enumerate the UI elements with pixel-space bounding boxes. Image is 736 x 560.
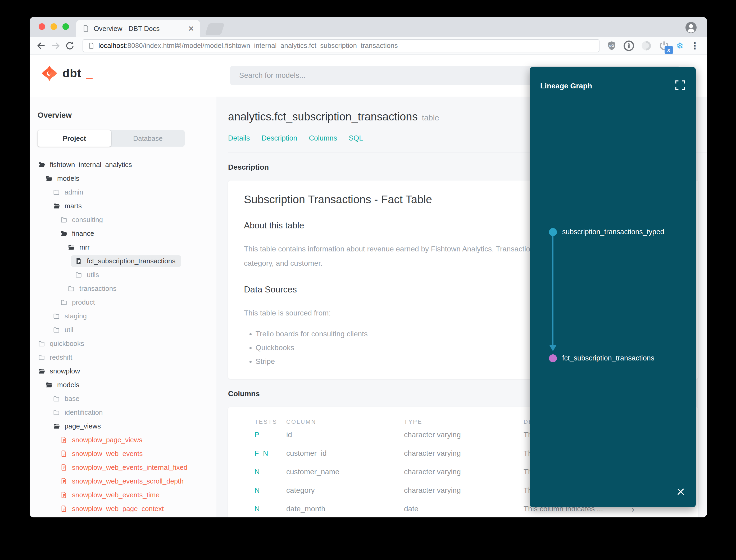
tree-item-label: snowplow_web_events_time (72, 491, 160, 499)
tree-item-pill: snowplow_page_views (56, 434, 148, 446)
tree-item-util[interactable]: util (30, 323, 217, 337)
column-name-cell: customer_id (286, 449, 404, 458)
new-tab-button[interactable] (205, 23, 225, 35)
minimize-window-button[interactable] (51, 23, 57, 30)
svg-text:uO: uO (609, 44, 614, 48)
tree-item-fishtown_internal_analytics[interactable]: fishtown_internal_analytics (30, 158, 217, 171)
toggle-project[interactable]: Project (38, 130, 111, 147)
tree-item-label: snowplow (50, 367, 80, 375)
close-window-button[interactable] (39, 23, 45, 30)
tree-item-fct_subscription_transactions[interactable]: fct_subscription_transactions (30, 254, 217, 268)
tree-item-consulting[interactable]: consulting (30, 213, 217, 227)
tree-item-pill: snowplow_web_events_internal_fixed (56, 462, 193, 473)
tree-item-label: snowplow_web_events_internal_fixed (72, 463, 188, 472)
tree-item-finance[interactable]: finance (30, 227, 217, 240)
url-text: localhost:8080/index.html#!/model/model.… (98, 42, 398, 50)
tree-item-snowplow_web_events_internal_fixed[interactable]: snowplow_web_events_internal_fixed (30, 460, 217, 474)
dbt-logo-cursor: _ (86, 67, 92, 80)
tree-item-redshift[interactable]: redshift (30, 350, 217, 364)
lineage-node-dot (549, 354, 557, 362)
tree-item-pill: mrr (64, 242, 96, 253)
tree-item-pill: marts (49, 200, 88, 212)
dbt-logo[interactable]: dbt_ (41, 65, 93, 82)
folder-icon (52, 395, 60, 403)
tree-item-snowplow_web_events_scroll_depth[interactable]: snowplow_web_events_scroll_depth (30, 474, 217, 488)
tree-item-pill: admin (49, 187, 89, 198)
snowflake-extension-icon[interactable]: ❄ (676, 41, 684, 50)
folder-open-icon (52, 422, 60, 430)
folder-icon (75, 271, 83, 279)
model-nav-columns[interactable]: Columns (309, 134, 337, 142)
folder-icon (38, 353, 46, 361)
tree-item-label: fishtown_internal_analytics (50, 161, 132, 169)
tab-strip: Overview - DBT Docs ✕ (30, 17, 707, 37)
lineage-edge-arrowhead (549, 345, 557, 351)
type-cell: character varying (404, 486, 523, 495)
sidebar-overview-link[interactable]: Overview (38, 111, 217, 120)
fullscreen-expand-icon[interactable] (674, 79, 686, 91)
tree-item-snowplow_web_events_time[interactable]: snowplow_web_events_time (30, 488, 217, 502)
tree-item-label: staging (65, 312, 87, 320)
tree-item-models[interactable]: models (30, 171, 217, 185)
lineage-node-subscription-transactions-typed[interactable]: subscription_transactions_typed (549, 228, 664, 236)
column-name-cell: customer_name (286, 468, 404, 476)
column-header-column: COLUMN (286, 418, 404, 425)
tree-item-models[interactable]: models (30, 378, 217, 392)
tree-item-quickbooks[interactable]: quickbooks (30, 337, 217, 350)
zoom-window-button[interactable] (62, 23, 69, 30)
tree-item-identification[interactable]: identification (30, 405, 217, 419)
tree-item-pill: page_views (49, 421, 107, 432)
model-nav-description[interactable]: Description (262, 134, 297, 142)
tree-item-label: identification (65, 408, 103, 417)
tree-item-label: models (57, 174, 79, 183)
tree-item-utils[interactable]: utils (30, 268, 217, 282)
tree-item-admin[interactable]: admin (30, 185, 217, 199)
folder-open-icon (38, 161, 46, 169)
toggle-database[interactable]: Database (111, 130, 185, 147)
tree-item-pill: quickbooks (34, 338, 90, 349)
tree-item-base[interactable]: base (30, 392, 217, 405)
tree-item-label: product (72, 298, 95, 306)
type-cell: character varying (404, 468, 523, 476)
folder-icon (60, 216, 68, 224)
file-outline-icon (60, 463, 68, 471)
model-nav-sql[interactable]: SQL (349, 134, 363, 142)
tree-item-label: redshift (50, 353, 72, 362)
browser-tab[interactable]: Overview - DBT Docs ✕ (76, 20, 200, 37)
type-cell: character varying (404, 431, 523, 439)
tree-item-pill: snowplow_web_page_context (56, 503, 170, 514)
browser-menu-icon[interactable]: ⋮ (690, 41, 699, 51)
browser-toolbar: localhost:8080/index.html#!/model/model.… (30, 37, 707, 55)
tree-item-product[interactable]: product (30, 295, 217, 309)
tree-item-snowplow_web_page_context[interactable]: snowplow_web_page_context (30, 502, 217, 516)
file-outline-icon (60, 477, 68, 485)
forward-button[interactable] (50, 40, 61, 52)
model-nav-details[interactable]: Details (228, 134, 250, 142)
file-outline-icon (60, 436, 68, 444)
url-bar[interactable]: localhost:8080/index.html#!/model/model.… (83, 39, 599, 52)
tree-item-snowplow_page_views[interactable]: snowplow_page_views (30, 433, 217, 447)
folder-icon (52, 408, 60, 416)
tab-close-icon[interactable]: ✕ (188, 24, 194, 33)
reload-button[interactable] (64, 40, 76, 52)
tree-item-pill: fct_subscription_transactions (71, 255, 181, 267)
file-icon (75, 257, 83, 265)
lineage-node-dot (549, 228, 557, 236)
tree-item-snowplow[interactable]: snowplow (30, 364, 217, 378)
ublock-extension-icon[interactable]: uO (606, 40, 617, 51)
power-extension-icon[interactable]: x (658, 40, 670, 52)
lineage-node-fct-subscription-transactions[interactable]: fct_subscription_transactions (549, 354, 654, 362)
url-path: :8080/index.html#!/model/model.fishtown_… (126, 42, 398, 49)
tree-item-snowplow_web_events[interactable]: snowplow_web_events (30, 447, 217, 460)
tree-item-mrr[interactable]: mrr (30, 240, 217, 254)
page-favicon-icon (82, 25, 89, 32)
tree-item-transactions[interactable]: transactions (30, 282, 217, 295)
tree-item-staging[interactable]: staging (30, 309, 217, 323)
tree-item-page_views[interactable]: page_views (30, 419, 217, 433)
tree-item-marts[interactable]: marts (30, 199, 217, 213)
onepassword-extension-icon[interactable] (623, 40, 634, 51)
swirl-extension-icon[interactable] (641, 40, 652, 51)
lineage-close-icon[interactable] (676, 487, 686, 497)
back-button[interactable] (35, 40, 47, 52)
browser-profile-avatar[interactable] (685, 22, 697, 33)
